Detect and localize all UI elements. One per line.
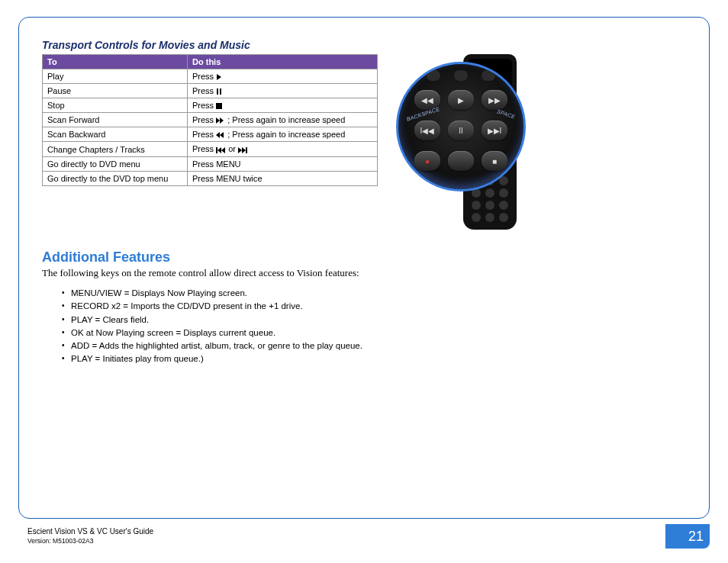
pause-icon: II xyxy=(448,121,474,140)
table-cell-do: Press xyxy=(188,69,378,84)
fast-forward-icon: ▶▶ xyxy=(482,90,507,110)
footer-guide-name: Escient Vision VS & VC User's Guide xyxy=(27,527,153,537)
stop-icon: ■ xyxy=(482,151,507,171)
section-title: Transport Controls for Movies and Music xyxy=(42,39,686,51)
svg-marker-7 xyxy=(216,132,220,138)
svg-marker-9 xyxy=(217,147,221,153)
table-cell-do: Press ; Press again to increase speed xyxy=(188,113,378,127)
blank-button xyxy=(448,151,474,171)
table-row: StopPress xyxy=(43,98,378,113)
svg-marker-11 xyxy=(238,147,242,153)
list-item: PLAY = Initiates play from queue.) xyxy=(62,352,686,365)
list-item: RECORD x2 = Imports the CD/DVD present i… xyxy=(62,300,686,313)
svg-rect-1 xyxy=(217,88,218,95)
page-footer: Escient Vision VS & VC User's Guide Vers… xyxy=(27,525,710,548)
svg-marker-5 xyxy=(220,117,224,124)
page: Transport Controls for Movies and Music … xyxy=(0,0,728,563)
footer-left: Escient Vision VS & VC User's Guide Vers… xyxy=(27,527,153,545)
content-row: To Do this PlayPress PausePress StopPres… xyxy=(42,54,686,230)
remote-zoom-circle: ◀◀ ▶ ▶▶ I◀◀ II ▶▶I ● ■ BACKSPACE xyxy=(396,62,526,191)
table-cell-to: Scan Backward xyxy=(43,127,188,142)
svg-marker-10 xyxy=(221,147,225,153)
table-cell-do: Press xyxy=(188,98,378,113)
table-row: Go directly to the DVD top menuPress MEN… xyxy=(43,171,378,185)
skipf-icon xyxy=(238,146,248,154)
skipb-icon xyxy=(216,146,226,154)
table-cell-to: Pause xyxy=(43,84,188,98)
footer-version: Version: M51003-02A3 xyxy=(27,537,153,545)
additional-features-intro: The following keys on the remote control… xyxy=(42,267,686,279)
table-cell-to: Go directly to DVD menu xyxy=(43,156,188,171)
skip-back-icon: I◀◀ xyxy=(414,121,440,140)
table-cell-to: Stop xyxy=(43,98,188,113)
remote-illustration: ◀◀ ▶ ▶▶ I◀◀ II ▶▶I ● ■ BACKSPACE xyxy=(396,54,549,230)
table-cell-do: Press ; Press again to increase speed xyxy=(188,127,378,142)
additional-features-list: MENU/VIEW = Displays Now Playing screen.… xyxy=(62,287,686,366)
svg-marker-4 xyxy=(216,117,220,124)
svg-rect-8 xyxy=(216,147,217,153)
play-icon xyxy=(216,73,222,81)
table-cell-do: Press xyxy=(188,84,378,98)
svg-marker-6 xyxy=(220,132,224,138)
svg-marker-0 xyxy=(217,74,221,80)
rw-icon xyxy=(216,131,225,139)
table-cell-to: Change Chapters / Tracks xyxy=(43,142,188,156)
svg-rect-3 xyxy=(216,103,222,109)
table-row: Scan ForwardPress ; Press again to incre… xyxy=(43,113,378,127)
pause-icon xyxy=(216,88,222,95)
table-cell-do: Press MENU twice xyxy=(188,171,378,185)
table-row: PlayPress xyxy=(43,69,378,84)
play-icon: ▶ xyxy=(448,90,474,110)
svg-marker-12 xyxy=(242,147,246,153)
table-row: Change Chapters / TracksPress or xyxy=(43,142,378,156)
table-row: Scan BackwardPress ; Press again to incr… xyxy=(43,127,378,142)
additional-features-heading: Additional Features xyxy=(42,249,686,265)
table-cell-do: Press MENU xyxy=(188,156,378,171)
ff-icon xyxy=(216,117,225,124)
transport-controls-table: To Do this PlayPress PausePress StopPres… xyxy=(42,54,378,186)
svg-rect-2 xyxy=(220,88,221,95)
list-item: PLAY = Clears field. xyxy=(62,314,686,327)
list-item: MENU/VIEW = Displays Now Playing screen. xyxy=(62,287,686,300)
record-icon: ● xyxy=(414,151,440,171)
table-row: PausePress xyxy=(43,84,378,98)
table-cell-to: Play xyxy=(43,69,188,84)
table-cell-to: Scan Forward xyxy=(43,113,188,127)
skip-forward-icon: ▶▶I xyxy=(482,121,507,140)
list-item: ADD = Adds the highlighted artist, album… xyxy=(62,339,686,352)
space-label: SPACE xyxy=(497,108,517,119)
page-number-box: 21 xyxy=(665,524,710,549)
content-frame: Transport Controls for Movies and Music … xyxy=(18,17,710,519)
table-cell-do: Press or xyxy=(188,142,378,156)
svg-rect-13 xyxy=(246,147,247,153)
table-header-to: To xyxy=(43,55,188,69)
table-header-row: To Do this xyxy=(43,55,378,69)
table-row: Go directly to DVD menuPress MENU xyxy=(43,156,378,171)
table-cell-to: Go directly to the DVD top menu xyxy=(43,171,188,185)
stop-icon xyxy=(216,102,222,110)
table-header-do: Do this xyxy=(188,55,378,69)
list-item: OK at Now Playing screen = Displays curr… xyxy=(62,327,686,339)
